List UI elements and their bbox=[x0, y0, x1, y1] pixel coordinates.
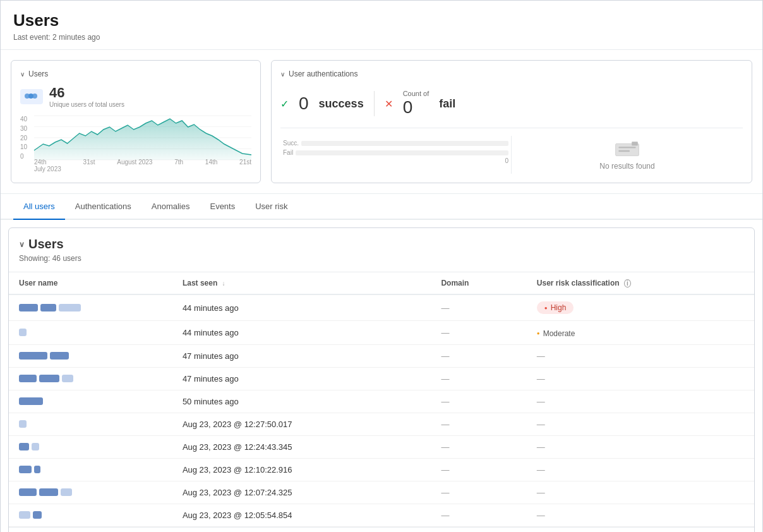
table-header-row: User name Last seen ↓ Domain User risk c… bbox=[9, 272, 754, 294]
user-name-cell[interactable] bbox=[9, 435, 172, 458]
domain-cell: — bbox=[431, 321, 526, 345]
risk-info-icon[interactable]: i bbox=[624, 279, 631, 287]
fail-icon: ✕ bbox=[385, 98, 393, 110]
risk-dash: — bbox=[537, 511, 545, 520]
tab-events[interactable]: Events bbox=[200, 194, 245, 220]
user-name-cell[interactable] bbox=[9, 413, 172, 435]
chart-x-labels: 24thJuly 2023 31st August 2023 7th 14th … bbox=[34, 159, 251, 172]
last-seen-cell: 44 minutes ago bbox=[172, 321, 431, 345]
table-row[interactable]: 47 minutes ago—— bbox=[9, 367, 754, 390]
chart-canvas bbox=[34, 116, 251, 160]
table-body: 44 minutes ago—High44 minutes ago—Modera… bbox=[9, 294, 754, 526]
col-domain: Domain bbox=[431, 272, 526, 294]
section-chevron[interactable]: ∨ bbox=[19, 240, 25, 249]
table-row[interactable]: Aug 23, 2023 @ 12:27:50.017—— bbox=[9, 413, 754, 435]
user-name-cell[interactable] bbox=[9, 367, 172, 390]
top-cards: ∨ Users 46 Unique users of total users bbox=[1, 50, 762, 194]
svg-rect-11 bbox=[632, 142, 638, 145]
user-name-block bbox=[61, 488, 72, 496]
risk-cell: — bbox=[527, 458, 754, 481]
domain-cell: — bbox=[431, 458, 526, 481]
user-name-cell[interactable] bbox=[9, 458, 172, 481]
last-seen-cell: Aug 23, 2023 @ 12:07:24.325 bbox=[172, 481, 431, 504]
table-row[interactable]: 44 minutes ago—High bbox=[9, 294, 754, 321]
user-name-block bbox=[19, 466, 32, 473]
users-table: User name Last seen ↓ Domain User risk c… bbox=[9, 272, 754, 527]
users-card: ∨ Users 46 Unique users of total users bbox=[11, 60, 261, 183]
last-seen-cell: Aug 23, 2023 @ 12:27:50.017 bbox=[172, 413, 431, 435]
risk-cell: — bbox=[527, 367, 754, 390]
risk-badge-moderate: Moderate bbox=[537, 329, 575, 338]
user-name-cell[interactable] bbox=[9, 504, 172, 526]
users-card-chevron[interactable]: ∨ bbox=[20, 71, 25, 78]
domain-cell: — bbox=[431, 367, 526, 390]
table-row[interactable]: 47 minutes ago—— bbox=[9, 344, 754, 367]
user-name-block bbox=[33, 511, 42, 519]
no-results-text: No results found bbox=[599, 162, 654, 171]
table-row[interactable]: Aug 23, 2023 @ 12:05:54.854—— bbox=[9, 504, 754, 526]
auth-fail-row: Fail bbox=[280, 148, 511, 157]
user-name-block bbox=[19, 420, 27, 428]
tab-all-users[interactable]: All users bbox=[13, 194, 65, 220]
tab-anomalies[interactable]: Anomalies bbox=[141, 194, 200, 220]
users-count: 46 bbox=[49, 85, 124, 101]
user-name-block bbox=[19, 352, 47, 360]
last-seen-cell: 50 minutes ago bbox=[172, 390, 431, 413]
col-risk: User risk classification i bbox=[527, 272, 754, 294]
user-name-cell[interactable] bbox=[9, 294, 172, 321]
domain-cell: — bbox=[431, 504, 526, 526]
risk-cell: — bbox=[527, 481, 754, 504]
risk-badge-high: High bbox=[537, 301, 574, 314]
users-card-title: Users bbox=[28, 70, 48, 78]
risk-dash: — bbox=[537, 442, 545, 452]
domain-cell: — bbox=[431, 481, 526, 504]
domain-cell: — bbox=[431, 294, 526, 321]
domain-cell: — bbox=[431, 413, 526, 435]
last-seen-cell: 47 minutes ago bbox=[172, 367, 431, 390]
auth-chart-area: Succ. Fail 0 bbox=[280, 136, 743, 174]
success-label: success bbox=[319, 97, 364, 111]
risk-cell: — bbox=[527, 435, 754, 458]
user-name-cell[interactable] bbox=[9, 481, 172, 504]
auth-card-chevron[interactable]: ∨ bbox=[280, 71, 285, 78]
users-card-header: ∨ Users bbox=[20, 70, 251, 78]
last-event-text: Last event: 2 minutes ago bbox=[13, 33, 750, 42]
user-name-cell[interactable] bbox=[9, 390, 172, 413]
user-name-block bbox=[50, 352, 69, 360]
user-name-cell[interactable] bbox=[9, 321, 172, 345]
risk-cell: High bbox=[527, 294, 754, 321]
tab-authentications[interactable]: Authentications bbox=[65, 194, 141, 220]
user-name-block bbox=[39, 488, 58, 496]
user-name-block bbox=[34, 466, 40, 473]
table-row[interactable]: Aug 23, 2023 @ 12:07:24.325—— bbox=[9, 481, 754, 504]
auth-metrics: ✓ 0 success ✕ Count of 0 fail bbox=[280, 85, 743, 128]
svg-rect-2 bbox=[32, 94, 37, 99]
last-seen-cell: 44 minutes ago bbox=[172, 294, 431, 321]
risk-dash: — bbox=[537, 465, 545, 475]
domain-cell: — bbox=[431, 435, 526, 458]
col-last-seen[interactable]: Last seen ↓ bbox=[172, 272, 431, 294]
pagination-bar: Rows per page: 10 25 50 ▾ ‹ 1 2 3 4 5 › bbox=[9, 527, 754, 533]
success-icon: ✓ bbox=[280, 98, 289, 110]
user-name-block bbox=[19, 329, 27, 336]
auth-card-header: ∨ User authentications bbox=[280, 70, 743, 78]
count-label: Count of bbox=[403, 90, 430, 97]
user-name-block bbox=[39, 375, 59, 382]
success-count: 0 bbox=[299, 94, 309, 114]
risk-dash: — bbox=[537, 397, 545, 406]
sort-icon: ↓ bbox=[222, 280, 225, 287]
user-name-block bbox=[19, 488, 37, 496]
table-row[interactable]: Aug 23, 2023 @ 12:10:22.916—— bbox=[9, 458, 754, 481]
user-name-block bbox=[32, 443, 39, 450]
user-name-block bbox=[19, 511, 30, 519]
user-name-cell[interactable] bbox=[9, 344, 172, 367]
table-row[interactable]: 50 minutes ago—— bbox=[9, 390, 754, 413]
tab-user-risk[interactable]: User risk bbox=[245, 194, 297, 220]
risk-dash: — bbox=[537, 374, 545, 384]
user-name-block bbox=[19, 397, 43, 405]
last-seen-cell: Aug 23, 2023 @ 12:05:54.854 bbox=[172, 504, 431, 526]
auth-chart-left: Succ. Fail 0 bbox=[280, 136, 512, 174]
table-row[interactable]: 44 minutes ago—Moderate bbox=[9, 321, 754, 345]
risk-cell: — bbox=[527, 344, 754, 367]
table-row[interactable]: Aug 23, 2023 @ 12:24:43.345—— bbox=[9, 435, 754, 458]
